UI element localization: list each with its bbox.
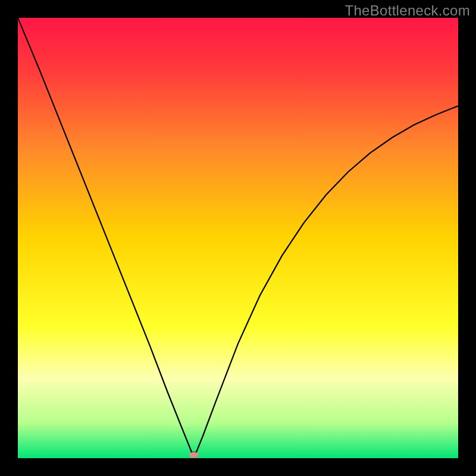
- plot-area: [18, 18, 458, 458]
- chart-container: TheBottleneck.com: [0, 0, 476, 476]
- chart-svg: [18, 18, 458, 458]
- watermark-text: TheBottleneck.com: [345, 2, 470, 19]
- gradient-background: [18, 18, 458, 458]
- optimum-marker: [189, 452, 199, 458]
